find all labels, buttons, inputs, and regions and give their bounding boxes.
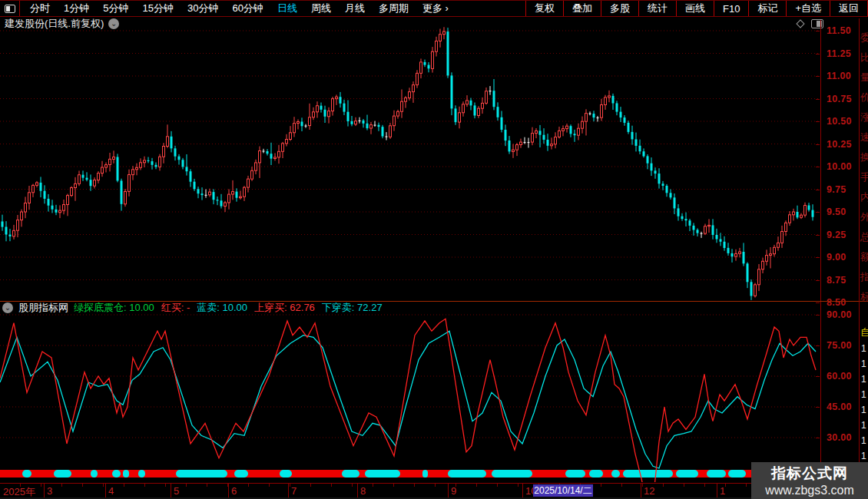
month-label: 7 <box>291 485 297 497</box>
axis-tick <box>816 54 820 55</box>
price-label: 30.00 <box>827 432 852 443</box>
price-label: 8.75 <box>827 275 846 286</box>
top-toolbar: 分时1分钟5分钟15分钟30分钟60分钟日线周线月线多周期更多 › 复权叠加多股… <box>0 0 868 17</box>
tab-周线[interactable]: 周线 <box>304 1 338 16</box>
right-panel-rows: 1 1 1 1 1 1 1 1 <box>861 341 866 462</box>
watermark: 指标公式网 www.zbgs3.com <box>751 462 868 499</box>
price-label: 10.50 <box>827 116 852 127</box>
month-separator <box>44 484 45 498</box>
action-叠加[interactable]: 叠加 <box>563 1 601 16</box>
tab-5分钟[interactable]: 5分钟 <box>96 1 135 16</box>
month-separator <box>717 484 717 498</box>
indicator-value: 红买: - <box>161 301 190 315</box>
axis-tick <box>816 280 820 281</box>
indicator-value: 下穿卖: 72.27 <box>322 301 383 315</box>
price-label: 90.00 <box>827 309 852 320</box>
month-separator <box>288 484 289 498</box>
tab-分时[interactable]: 分时 <box>23 1 57 16</box>
action-复权[interactable]: 复权 <box>525 1 563 16</box>
tab-60分钟[interactable]: 60分钟 <box>225 1 270 16</box>
toolbar-actions: 复权叠加多股统计画线F10标记+自选返回 <box>525 1 868 16</box>
axis-tick <box>816 144 820 145</box>
price-label: 10.75 <box>827 94 852 104</box>
month-separator <box>448 484 449 498</box>
indicator-header: ⌄ 股朋指标网 绿探底震仓: 10.00红买: -蓝卖: 10.00上穿买: 6… <box>2 302 383 313</box>
month-label: 3 <box>47 485 52 497</box>
axis-tick <box>816 212 820 213</box>
app-window: 分时1分钟5分钟15分钟30分钟60分钟日线周线月线多周期更多 › 复权叠加多股… <box>0 0 868 499</box>
indicator-values: 绿探底震仓: 10.00红买: -蓝卖: 10.00上穿买: 62.76下穿卖:… <box>74 301 383 315</box>
tab-日线[interactable]: 日线 <box>270 1 304 16</box>
month-separator <box>228 484 229 498</box>
panel-toggle-icon[interactable] <box>0 1 20 16</box>
right-panel-clipped-text: 委 比 量 价 涨 速 换 手 内 外 总 额 指 标 <box>860 28 868 307</box>
action-返回[interactable]: 返回 <box>830 1 868 16</box>
half-filled-rect-icon <box>5 5 15 13</box>
action-多股[interactable]: 多股 <box>601 1 638 16</box>
action-统计[interactable]: 统计 <box>638 1 676 16</box>
axis-tick <box>816 257 820 258</box>
axis-tick <box>816 302 820 303</box>
indicator-source-label: 股朋指标网 <box>18 301 68 315</box>
tab-15分钟[interactable]: 15分钟 <box>135 1 180 16</box>
toolbar-spacer <box>456 1 525 16</box>
right-panel-tab: 自 <box>860 326 868 339</box>
month-label: 12 <box>644 485 654 497</box>
action-画线[interactable]: 画线 <box>676 1 714 16</box>
axis-tick <box>816 167 820 167</box>
price-label: 45.00 <box>827 402 852 412</box>
tab-1分钟[interactable]: 1分钟 <box>57 1 96 16</box>
price-label: 60.00 <box>827 371 852 382</box>
price-label: 10.00 <box>827 161 852 172</box>
watermark-url: www.zbgs3.com <box>765 484 854 497</box>
action-+自选[interactable]: +自选 <box>786 1 830 16</box>
price-label: 11.00 <box>827 71 851 81</box>
tab-更多 ›[interactable]: 更多 › <box>416 1 456 16</box>
axis-tick <box>816 190 820 190</box>
indicator-value: 绿探底震仓: 10.00 <box>74 301 154 315</box>
price-label: 11.25 <box>827 48 851 59</box>
month-separator <box>171 484 171 498</box>
action-F10[interactable]: F10 <box>714 1 748 16</box>
right-edge-panel[interactable]: 委 比 量 价 涨 速 换 手 内 外 总 额 指 标 自 1 1 1 1 1 … <box>859 18 868 462</box>
month-separator <box>522 484 523 498</box>
price-label: 11.50 <box>827 25 851 36</box>
axis-tick <box>816 31 820 31</box>
price-label: 8.50 <box>827 297 846 308</box>
timeframe-tabs: 分时1分钟5分钟15分钟30分钟60分钟日线周线月线多周期更多 › <box>20 1 456 16</box>
oscillator-chart[interactable] <box>0 311 820 482</box>
price-label: 9.25 <box>827 230 846 240</box>
axis-tick <box>816 121 820 122</box>
axis-tick <box>816 235 820 236</box>
price-label: 9.00 <box>827 252 846 263</box>
indicator-collapse-icon[interactable]: ⌄ <box>2 302 13 313</box>
tab-多周期[interactable]: 多周期 <box>372 1 416 16</box>
month-label: 9 <box>451 485 456 497</box>
axis-tick <box>816 76 820 77</box>
month-label: 5 <box>174 485 179 497</box>
tab-30分钟[interactable]: 30分钟 <box>181 1 225 16</box>
indicator-value: 蓝卖: 10.00 <box>197 301 247 315</box>
month-label: 8 <box>360 485 366 497</box>
month-label: 1 <box>720 485 725 497</box>
candlestick-chart[interactable] <box>0 20 859 301</box>
selected-date-label: 2025/10/14/二 <box>533 484 593 497</box>
month-label: 4 <box>108 485 114 497</box>
price-label: 10.25 <box>827 139 852 150</box>
indicator-value: 上穿买: 62.76 <box>254 301 315 315</box>
tab-月线[interactable]: 月线 <box>338 1 372 16</box>
month-label: 6 <box>231 485 237 497</box>
price-label: 75.00 <box>827 340 852 351</box>
price-axis-line <box>820 20 821 482</box>
month-separator <box>641 484 641 498</box>
date-axis[interactable]: 2025年3456789101212025/10/14/二 <box>0 483 859 497</box>
watermark-title: 指标公式网 <box>771 464 848 484</box>
month-separator <box>357 484 358 498</box>
price-label: 9.50 <box>827 207 846 217</box>
month-separator <box>105 484 106 498</box>
action-标记[interactable]: 标记 <box>748 1 786 16</box>
axis-tick <box>816 99 820 100</box>
price-label: 9.75 <box>827 184 846 195</box>
